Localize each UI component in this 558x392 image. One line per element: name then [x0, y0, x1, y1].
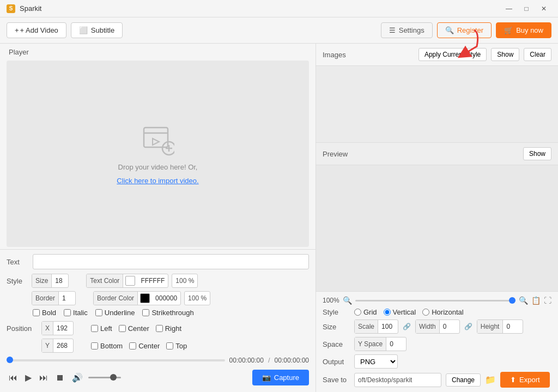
preview-header: Preview Show	[316, 142, 558, 165]
bottom-checkbox[interactable]	[91, 342, 98, 349]
add-video-button[interactable]: + + Add Video	[7, 22, 66, 38]
border-color-pct[interactable]: 100 %	[184, 291, 210, 305]
text-color-swatch	[125, 276, 135, 286]
link-icon-2[interactable]: 🔗	[463, 323, 474, 330]
horizontal-label: Horizontal	[432, 308, 464, 316]
border-color-field[interactable]: Border Color 000000	[93, 291, 181, 305]
vertical-radio-item[interactable]: Vertical	[384, 308, 416, 316]
scale-field[interactable]: Scale 100	[354, 319, 398, 334]
change-path-button[interactable]: Change	[446, 373, 481, 387]
clear-button[interactable]: Clear	[524, 48, 551, 61]
horizontal-radio[interactable]	[422, 309, 429, 316]
close-button[interactable]: ✕	[536, 3, 551, 15]
center-h-checkbox[interactable]	[119, 325, 126, 332]
strikethrough-checkbox-item[interactable]: Strikethrough	[142, 309, 193, 317]
zoom-in-icon[interactable]: 🔍	[519, 296, 528, 305]
volume-button[interactable]: 🔊	[70, 370, 85, 385]
timeline-thumb[interactable]	[7, 357, 13, 363]
width-field[interactable]: Width 0	[415, 319, 460, 334]
export-label: Export	[519, 376, 540, 384]
play-button[interactable]: ▶	[23, 370, 34, 385]
step-back-button[interactable]: ⏮	[7, 371, 20, 385]
left-checkbox[interactable]	[91, 325, 98, 332]
underline-checkbox[interactable]	[95, 309, 102, 316]
x-field[interactable]: X 192	[41, 321, 74, 335]
bottom-controls: Text Style Size 18 Text Color FFFFFF 100…	[0, 249, 316, 392]
copy-icon[interactable]: 📋	[531, 296, 541, 305]
right-checkbox[interactable]	[156, 325, 163, 332]
strikethrough-checkbox[interactable]	[142, 309, 149, 316]
y-field[interactable]: Y 268	[41, 339, 74, 353]
import-link[interactable]: Click here to import video.	[117, 177, 198, 185]
top-checkbox-item[interactable]: Top	[166, 342, 187, 350]
minimize-button[interactable]: —	[501, 3, 517, 15]
cart-icon: 🛒	[504, 26, 513, 34]
y-value: 268	[53, 342, 73, 349]
grid-radio-item[interactable]: Grid	[354, 308, 377, 316]
titlebar: S Sparkit — □ ✕	[0, 0, 558, 17]
stop-button[interactable]: ⏹	[53, 371, 66, 385]
center-h-checkbox-item[interactable]: Center	[119, 324, 149, 333]
output-format-select[interactable]: PNG	[354, 354, 398, 369]
step-forward-button[interactable]: ⏭	[37, 371, 50, 385]
volume-slider[interactable]	[88, 377, 121, 378]
timeline-track[interactable]	[7, 359, 225, 361]
buy-now-button[interactable]: 🛒 Buy now	[496, 22, 551, 38]
window-controls: — □ ✕	[501, 3, 551, 15]
checkboxes-row: Bold Italic Underline Strikethrough	[7, 309, 309, 317]
y-space-label: Y Space	[355, 337, 386, 351]
vertical-radio[interactable]	[384, 309, 391, 316]
export-button[interactable]: ⬆ Export	[500, 372, 550, 388]
height-field[interactable]: Height 0	[477, 319, 524, 334]
subtitle-button[interactable]: ⬜ Subtitle	[71, 22, 123, 38]
bold-checkbox[interactable]	[33, 309, 40, 316]
style-options-label: Style	[323, 308, 350, 316]
text-input[interactable]	[33, 254, 309, 269]
drop-text: Drop your video here! Or,	[118, 163, 198, 171]
horizontal-radio-item[interactable]: Horizontal	[422, 308, 464, 316]
zoom-track[interactable]	[355, 300, 515, 301]
border-color-value: 000000	[152, 294, 180, 302]
right-checkbox-item[interactable]: Right	[156, 324, 181, 333]
italic-label: Italic	[73, 309, 88, 317]
space-label: Space	[323, 340, 350, 348]
left-checkbox-item[interactable]: Left	[91, 324, 112, 333]
bold-checkbox-item[interactable]: Bold	[33, 309, 56, 317]
app-title: Sparkit	[20, 4, 41, 13]
grid-label: Grid	[363, 308, 377, 316]
italic-checkbox[interactable]	[64, 309, 71, 316]
top-checkbox[interactable]	[166, 342, 173, 349]
border-field[interactable]: Border 1	[32, 291, 76, 305]
size-options-label: Size	[323, 323, 350, 331]
center-v-checkbox[interactable]	[129, 342, 136, 349]
y-space-field[interactable]: Y Space 0	[354, 337, 407, 351]
register-button[interactable]: 🔍 Register	[437, 22, 492, 38]
maximize-button[interactable]: □	[519, 3, 534, 15]
border-label: Border	[32, 292, 59, 305]
style-row-2: Border 1 Border Color 000000 100 %	[7, 291, 309, 305]
italic-checkbox-item[interactable]: Italic	[64, 309, 88, 317]
link-icon-1[interactable]: 🔗	[402, 323, 412, 330]
text-color-pct[interactable]: 100 %	[172, 274, 198, 288]
position-checks-row1: Left Center Right	[91, 324, 181, 333]
images-show-button[interactable]: Show	[491, 48, 519, 61]
expand-icon[interactable]: ⛶	[544, 296, 551, 305]
bottom-checkbox-item[interactable]: Bottom	[91, 342, 123, 350]
height-label: Height	[477, 320, 504, 333]
center-v-checkbox-item[interactable]: Center	[129, 342, 160, 350]
subtitle-label: Subtitle	[91, 26, 114, 34]
zoom-out-icon[interactable]: 🔍	[343, 296, 352, 305]
capture-button[interactable]: 📷 Capture	[252, 370, 309, 385]
settings-button[interactable]: ☰ Settings	[381, 22, 433, 38]
size-field[interactable]: Size 18	[32, 274, 69, 288]
apply-style-button[interactable]: Apply Current Style	[418, 48, 487, 61]
text-color-field[interactable]: Text Color FFFFFF	[86, 274, 168, 288]
folder-icon[interactable]: 📁	[485, 375, 496, 385]
grid-radio[interactable]	[354, 309, 361, 316]
settings-icon: ☰	[389, 26, 396, 34]
player-area[interactable]: Drop your video here! Or, Click here to …	[7, 61, 309, 247]
preview-show-button[interactable]: Show	[523, 147, 551, 160]
border-color-label: Border Color	[94, 292, 138, 305]
underline-checkbox-item[interactable]: Underline	[95, 309, 135, 317]
underline-label: Underline	[105, 309, 135, 317]
